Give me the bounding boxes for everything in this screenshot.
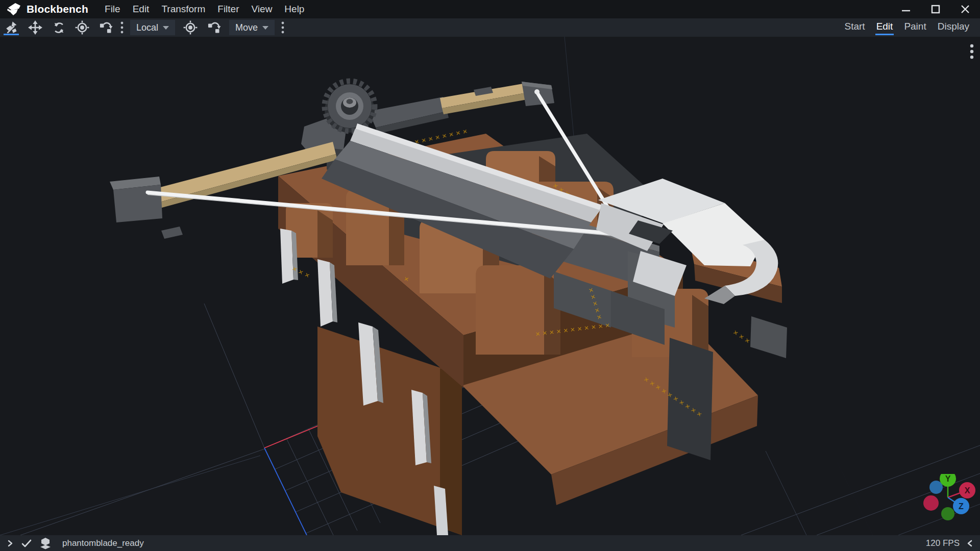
- viewport-3d-scene[interactable]: ×××××××××××××××××××× ×××××××××××××××× ××…: [0, 37, 980, 535]
- pivot-tool-button[interactable]: [70, 18, 94, 37]
- rotate-tool-icon: [52, 21, 66, 35]
- pivot-tool-icon: [75, 20, 89, 35]
- close-button[interactable]: [950, 0, 980, 18]
- fps-counter: 120 FPS: [926, 538, 960, 548]
- toolbar-overflow-menu-2[interactable]: [278, 18, 287, 37]
- menu-filter[interactable]: Filter: [211, 1, 245, 17]
- pivot-center-icon: [183, 20, 198, 35]
- viewport-3d[interactable]: ×××××××××××××××××××× ×××××××××××××××× ××…: [0, 37, 980, 535]
- y-axis-label: Y: [945, 474, 951, 483]
- maximize-button[interactable]: [921, 0, 950, 18]
- transform-gizmo-tool-button[interactable]: [0, 18, 23, 37]
- chevron-down-icon: [163, 26, 169, 30]
- menu-transform[interactable]: Transform: [155, 1, 211, 17]
- chevron-right-icon: [6, 539, 14, 547]
- x-axis-label: X: [965, 486, 970, 495]
- viewport-options-menu[interactable]: [970, 44, 974, 61]
- minimize-button[interactable]: [891, 0, 921, 18]
- neg-x-axis-ball[interactable]: [923, 495, 939, 511]
- model-format-icon: [39, 537, 52, 549]
- close-icon: [960, 4, 971, 15]
- menubar: File Edit Transform Filter View Help: [99, 1, 310, 17]
- tab-edit[interactable]: Edit: [872, 19, 898, 36]
- tab-start[interactable]: Start: [840, 19, 870, 36]
- rotate-around-pivot-button[interactable]: [202, 18, 226, 37]
- mode-tabs: Start Edit Paint Display: [840, 19, 980, 36]
- rotate-object-tool-button[interactable]: [94, 18, 117, 37]
- project-format[interactable]: [39, 537, 52, 549]
- toolbar: Local Move Start Edit Paint: [0, 18, 980, 37]
- statusbar: phantomblade_ready 120 FPS: [0, 535, 980, 551]
- tab-paint[interactable]: Paint: [899, 19, 930, 36]
- rotate-tool-button[interactable]: [47, 18, 70, 37]
- move-tool-icon: [28, 20, 42, 35]
- active-tool-dropdown[interactable]: Move: [229, 20, 275, 35]
- rotate-around-pivot-icon: [207, 20, 221, 35]
- kebab-menu-icon: [120, 21, 124, 34]
- gear-wheel: [325, 81, 375, 133]
- project-name[interactable]: phantomblade_ready: [62, 538, 144, 548]
- menu-help[interactable]: Help: [278, 1, 310, 17]
- rotate-object-tool-icon: [99, 20, 113, 35]
- maximize-icon: [930, 4, 941, 15]
- app-title: Blockbench: [27, 3, 88, 15]
- orientation-gizmo[interactable]: Y X Z: [920, 474, 977, 525]
- active-tool-value: Move: [235, 22, 258, 33]
- move-tool-button[interactable]: [23, 18, 47, 37]
- minimize-icon: [900, 4, 912, 15]
- sidebar-expand-button[interactable]: [6, 539, 14, 547]
- svg-text:×××: ×××: [731, 328, 754, 346]
- z-axis-line: [264, 448, 307, 535]
- window-controls: [891, 0, 980, 18]
- toolbar-overflow-menu-1[interactable]: [117, 18, 127, 37]
- menu-file[interactable]: File: [99, 1, 127, 17]
- pivot-center-button[interactable]: [179, 18, 202, 37]
- tab-display[interactable]: Display: [933, 19, 974, 36]
- saved-status: [21, 539, 32, 547]
- check-icon: [21, 539, 32, 547]
- kebab-menu-icon: [970, 44, 974, 59]
- blockbench-logo-icon: [7, 3, 22, 16]
- statusbar-right: 120 FPS: [926, 538, 974, 548]
- titlebar: Blockbench File Edit Transform Filter Vi…: [0, 0, 980, 18]
- z-axis-label: Z: [959, 502, 964, 511]
- menu-edit[interactable]: Edit: [127, 1, 156, 17]
- chevron-left-icon[interactable]: [966, 539, 974, 547]
- neg-y-axis-ball[interactable]: [941, 507, 954, 520]
- chevron-down-icon: [262, 26, 268, 30]
- menu-view[interactable]: View: [246, 1, 279, 17]
- transform-space-value: Local: [136, 22, 158, 33]
- kebab-menu-icon: [281, 21, 284, 34]
- transform-gizmo-tool-icon: [5, 21, 19, 35]
- transform-space-dropdown[interactable]: Local: [130, 20, 175, 35]
